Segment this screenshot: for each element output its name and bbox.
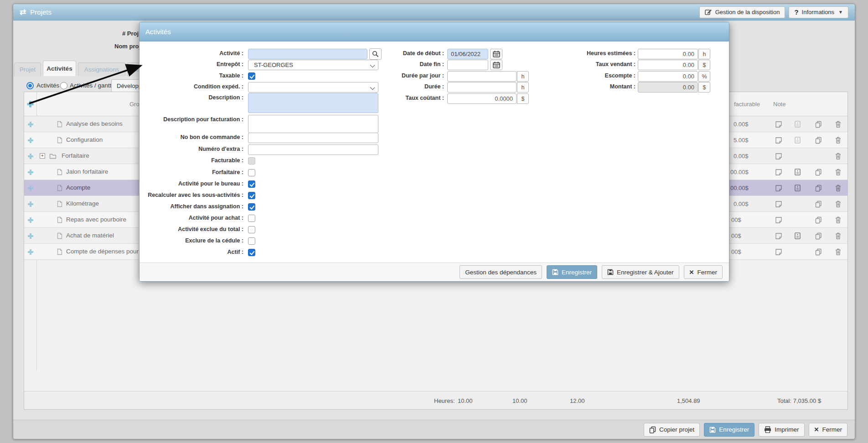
- excluded-from-total-checkbox[interactable]: [248, 226, 255, 233]
- field-label: Durée par jour :: [336, 72, 444, 79]
- trash-icon[interactable]: [835, 201, 842, 208]
- informations-button[interactable]: ? Informations ▼: [789, 6, 848, 18]
- tab-projet[interactable]: Projet: [14, 62, 41, 76]
- add-subactivity-button[interactable]: [24, 228, 36, 244]
- note-icon[interactable]: [775, 216, 782, 224]
- end-date-calendar-button[interactable]: [490, 60, 502, 70]
- discount-input[interactable]: [638, 71, 698, 82]
- copy-icon[interactable]: [815, 248, 822, 256]
- copy-icon[interactable]: [815, 169, 822, 176]
- close-modal-button[interactable]: ✕ Fermer: [684, 265, 723, 279]
- field-label: Facturable :: [140, 157, 243, 164]
- totals-hours-3: 12.00: [570, 397, 585, 404]
- trash-icon[interactable]: [835, 137, 842, 144]
- show-in-assignment-checkbox[interactable]: [248, 203, 255, 211]
- note-icon[interactable]: [775, 137, 782, 144]
- note-icon[interactable]: [775, 169, 782, 176]
- window-footer: Copier projet Enregistrer Imprimer ✕ Fer…: [13, 420, 855, 439]
- exclude-from-schedule-checkbox[interactable]: [248, 237, 255, 245]
- plus-icon: [27, 249, 34, 255]
- close-window-button[interactable]: ✕ Fermer: [809, 423, 847, 437]
- field-label: Durée :: [336, 83, 444, 90]
- add-subactivity-button[interactable]: [24, 132, 36, 148]
- note-icon[interactable]: [775, 232, 782, 240]
- copy-icon[interactable]: [815, 232, 822, 240]
- invoice-icon[interactable]: [795, 137, 802, 144]
- office-activity-checkbox[interactable]: [248, 180, 255, 188]
- expand-icon[interactable]: +: [40, 153, 45, 159]
- note-icon[interactable]: [775, 201, 782, 208]
- add-activity-button[interactable]: [24, 92, 36, 116]
- billing-description-textarea[interactable]: [248, 115, 378, 133]
- duration-per-day-input[interactable]: [447, 71, 517, 82]
- note-icon[interactable]: [775, 121, 782, 128]
- extra-number-input[interactable]: [248, 144, 378, 155]
- lump-sum-checkbox[interactable]: [248, 169, 255, 176]
- field-label: Description pour facturation :: [140, 116, 243, 123]
- save-and-add-button[interactable]: Enregistrer & Ajouter: [602, 265, 679, 279]
- copy-icon[interactable]: [815, 201, 822, 208]
- note-icon[interactable]: [775, 153, 782, 160]
- invoice-icon[interactable]: [795, 169, 802, 176]
- row-label: Kilométrage: [66, 200, 99, 207]
- trash-icon[interactable]: [835, 248, 842, 256]
- trash-icon[interactable]: [835, 232, 842, 240]
- purchase-activity-checkbox[interactable]: [248, 215, 255, 222]
- start-date-calendar-button[interactable]: [490, 49, 502, 59]
- trash-icon[interactable]: [835, 169, 842, 176]
- radio-gantt-label: Activités / gantt: [70, 82, 112, 89]
- copy-icon[interactable]: [815, 121, 822, 128]
- tab-assignations[interactable]: Assignations: [78, 62, 125, 76]
- tab-activites[interactable]: Activités: [43, 61, 76, 76]
- field-label: Actif :: [140, 249, 243, 255]
- activities-modal: Activités Activité : Entrepôt : Taxable …: [139, 22, 729, 282]
- add-subactivity-button[interactable]: [24, 196, 36, 212]
- trash-icon[interactable]: [835, 121, 842, 128]
- copy-icon[interactable]: [815, 216, 822, 224]
- invoice-icon[interactable]: [795, 232, 802, 240]
- save-activity-button[interactable]: Enregistrer: [547, 265, 597, 279]
- save-icon: [607, 269, 614, 275]
- unit-addon: $: [698, 82, 710, 93]
- active-checkbox[interactable]: [248, 249, 255, 256]
- radio-activites-gantt[interactable]: [60, 82, 67, 89]
- invoice-icon[interactable]: [795, 185, 802, 192]
- add-subactivity-button[interactable]: [24, 244, 36, 260]
- add-subactivity-button[interactable]: [24, 164, 36, 180]
- copy-icon[interactable]: [815, 137, 822, 144]
- start-date-input[interactable]: [447, 49, 488, 59]
- totals-hours-2: 10.00: [512, 397, 527, 404]
- row-amount: 00.00$: [730, 185, 749, 191]
- document-icon: [57, 185, 62, 191]
- purchase-order-input[interactable]: [248, 133, 378, 143]
- taxable-checkbox[interactable]: [248, 72, 255, 80]
- recalculate-subactivities-checkbox[interactable]: [248, 192, 255, 199]
- cost-rate-input[interactable]: [447, 93, 517, 104]
- add-subactivity-button[interactable]: [24, 116, 36, 132]
- radio-activites[interactable]: [26, 82, 34, 89]
- dependencies-button[interactable]: Gestion des dépendances: [460, 265, 542, 279]
- copy-icon[interactable]: [815, 185, 822, 192]
- print-button[interactable]: Imprimer: [759, 423, 804, 437]
- document-icon: [57, 232, 62, 239]
- trash-icon[interactable]: [835, 153, 842, 160]
- layout-management-button[interactable]: Gestion de la disposition: [699, 6, 785, 18]
- invoice-icon[interactable]: [795, 121, 802, 128]
- save-project-button[interactable]: Enregistrer: [704, 423, 754, 437]
- add-subactivity-button[interactable]: [24, 148, 36, 164]
- calendar-icon: [493, 51, 500, 57]
- copy-project-button[interactable]: Copier projet: [644, 423, 700, 437]
- trash-icon[interactable]: [835, 216, 842, 224]
- add-subactivity-button[interactable]: [24, 212, 36, 228]
- note-icon[interactable]: [775, 248, 782, 256]
- trash-icon[interactable]: [835, 185, 842, 192]
- duration-input[interactable]: [447, 82, 517, 93]
- estimated-hours-input[interactable]: [638, 49, 698, 59]
- totals-hours-label: Heures:: [434, 397, 455, 404]
- plus-icon: [27, 233, 34, 239]
- add-subactivity-button[interactable]: [24, 180, 36, 196]
- end-date-input[interactable]: [447, 60, 488, 70]
- selling-rate-input[interactable]: [638, 60, 698, 70]
- field-label: Forfaitaire :: [140, 169, 243, 175]
- note-icon[interactable]: [775, 185, 782, 192]
